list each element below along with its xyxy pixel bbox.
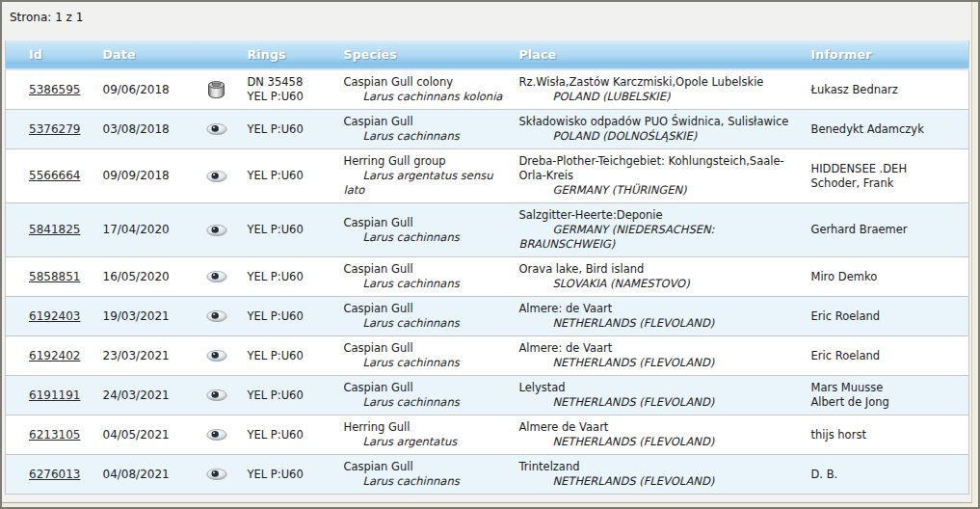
record-id-link[interactable]: 6276013 (29, 468, 80, 481)
id-cell: 6192402 (6, 336, 97, 376)
date-cell: 16/05/2020 (97, 257, 194, 297)
table-row: 6192402 23/03/2021 YEL P:U6 (6, 336, 969, 376)
place-cell: Trintelzand NETHERLANDS (FLEVOLAND) (512, 455, 804, 495)
place-region: GERMANY (THÜRINGEN) (519, 183, 796, 198)
page: Strona: 1 z 1 Id Date Rings Species Plac… (0, 0, 980, 509)
place-cell: Rz.Wisła,Zastów Karczmiski,Opole Lubelsk… (512, 69, 804, 110)
place-name: Almere: de Vaart (519, 341, 796, 356)
rings-cell: YEL P:U60 (240, 110, 336, 149)
col-header-date[interactable]: Date (97, 40, 194, 69)
species-cell: Caspian Gull Larus cachinnans (336, 376, 512, 415)
species-latin: Larus cachinnans (344, 230, 504, 245)
place-region: SLOVAKIA (NAMESTOVO) (519, 277, 796, 291)
species-common: Caspian Gull colony (344, 75, 504, 90)
place-name: Salzgitter-Heerte:Deponie (519, 208, 796, 223)
icon-cell (194, 297, 240, 336)
place-name: Lelystad (519, 381, 796, 395)
pagination-top: Strona: 1 z 1 (2, 2, 971, 34)
species-common: Caspian Gull (344, 115, 504, 129)
eye-icon (206, 122, 227, 136)
species-cell: Caspian Gull Larus cachinnans (336, 110, 512, 149)
col-header-id[interactable]: Id (6, 40, 97, 69)
icon-cell (194, 203, 240, 257)
species-latin: Larus cachinnans (344, 395, 504, 410)
id-cell: 6192403 (6, 297, 97, 336)
place-region: POLAND (DOLNOŚLĄSKIE) (519, 129, 796, 144)
record-id-link[interactable]: 5566664 (29, 169, 80, 182)
place-region: NETHERLANDS (FLEVOLAND) (519, 316, 796, 331)
icon-cell (194, 455, 240, 495)
record-id-link[interactable]: 5386595 (29, 83, 80, 96)
table-row: 5386595 09/06/2018 (6, 69, 969, 110)
place-region: NETHERLANDS (FLEVOLAND) (519, 356, 796, 370)
eye-icon (206, 224, 227, 237)
icon-cell (194, 69, 240, 110)
eye-icon (206, 170, 227, 183)
rings-cell: YEL P:U60 (240, 376, 336, 415)
table-row: 6192403 19/03/2021 YEL P:U6 (6, 297, 969, 336)
col-header-rings[interactable]: Rings (240, 40, 336, 69)
record-id-link[interactable]: 5376279 (29, 122, 80, 136)
date-cell: 19/03/2021 (97, 297, 194, 336)
col-header-place[interactable]: Place (512, 40, 804, 69)
record-id-link[interactable]: 5841825 (29, 223, 80, 236)
rings-cell: DN 35458YEL P:U60 (240, 69, 336, 110)
metal-ring-icon (207, 80, 225, 99)
icon-cell (194, 149, 240, 203)
species-latin: Larus argentatus (344, 435, 504, 449)
table-row: 5376279 03/08/2018 YEL P:U6 (6, 110, 969, 149)
place-cell: Salzgitter-Heerte:Deponie GERMANY (NIEDE… (512, 203, 804, 257)
id-cell: 6191191 (6, 376, 97, 415)
record-id-link[interactable]: 6191191 (29, 388, 80, 402)
place-name: Składowisko odpadów PUO Świdnica, Sulisł… (519, 115, 796, 129)
col-header-species[interactable]: Species (336, 40, 512, 69)
rings-cell: YEL P:U60 (240, 455, 336, 495)
species-cell: Caspian Gull Larus cachinnans (336, 455, 512, 495)
table-row: 5841825 17/04/2020 YEL P:U6 (6, 203, 969, 257)
species-latin: Larus argentatus sensu lato (344, 169, 504, 198)
id-cell: 5386595 (6, 69, 97, 110)
record-id-link[interactable]: 5858851 (29, 270, 80, 283)
date-cell: 24/03/2021 (97, 376, 194, 415)
species-cell: Caspian Gull colony Larus cachinnans kol… (336, 69, 512, 110)
id-cell: 6276013 (6, 455, 97, 495)
place-region: NETHERLANDS (FLEVOLAND) (519, 474, 796, 489)
place-cell: Orava lake, Bird island SLOVAKIA (NAMEST… (512, 257, 804, 297)
species-common: Herring Gull group (344, 154, 504, 169)
place-cell: Almere: de Vaart NETHERLANDS (FLEVOLAND) (512, 297, 804, 336)
table-row: 6191191 24/03/2021 YEL P:U6 (6, 376, 969, 415)
table-row: 6213105 04/05/2021 YEL P:U6 (6, 415, 969, 455)
place-name: Trintelzand (519, 460, 796, 474)
record-id-link[interactable]: 6213105 (29, 428, 80, 442)
eye-icon (206, 309, 227, 323)
species-common: Caspian Gull (344, 216, 504, 230)
rings-cell: YEL P:U60 (240, 415, 336, 455)
place-region: GERMANY (NIEDERSACHSEN: BRAUNSCHWEIG) (519, 223, 796, 252)
informer-cell: Mars MuusseAlbert de Jong (804, 376, 969, 415)
eye-icon (206, 349, 227, 362)
species-common: Caspian Gull (344, 262, 504, 277)
place-name: Almere de Vaart (519, 420, 796, 435)
col-header-informer[interactable]: Informer (804, 40, 969, 69)
date-cell: 09/09/2018 (97, 149, 194, 203)
id-cell: 5566664 (6, 149, 97, 203)
place-name: Rz.Wisła,Zastów Karczmiski,Opole Lubelsk… (519, 75, 796, 90)
species-latin: Larus cachinnans (344, 356, 504, 370)
record-id-link[interactable]: 6192402 (29, 349, 80, 362)
table-row: 6276013 04/08/2021 YEL P:U6 (6, 455, 969, 495)
table-row: 5858851 16/05/2020 YEL P:U6 (6, 257, 969, 297)
species-common: Caspian Gull (344, 302, 504, 316)
icon-cell (194, 257, 240, 297)
species-common: Caspian Gull (344, 341, 504, 356)
rings-cell: YEL P:U60 (240, 149, 336, 203)
rings-cell: YEL P:U60 (240, 203, 336, 257)
place-name: Orava lake, Bird island (519, 262, 796, 277)
rings-cell: YEL P:U60 (240, 336, 336, 376)
table-header-row: Id Date Rings Species Place Informer (6, 40, 969, 69)
record-id-link[interactable]: 6192403 (29, 309, 80, 323)
species-cell: Caspian Gull Larus cachinnans (336, 257, 512, 297)
id-cell: 5858851 (6, 257, 97, 297)
date-cell: 23/03/2021 (97, 336, 194, 376)
place-cell: Almere de Vaart NETHERLANDS (FLEVOLAND) (512, 415, 804, 455)
eye-icon (206, 468, 227, 481)
